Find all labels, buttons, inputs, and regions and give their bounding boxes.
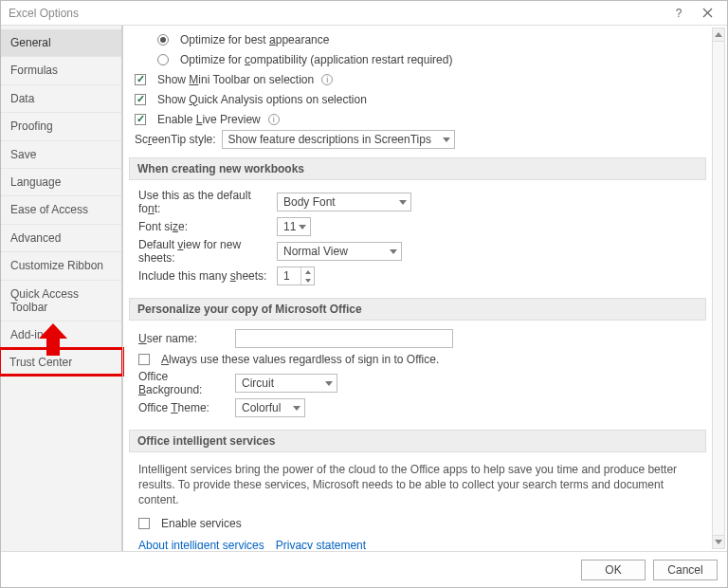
check-always-use[interactable]: Always use these values regardless of si… [138, 349, 704, 369]
sidebar-item-language[interactable]: Language [1, 169, 121, 196]
checkbox-icon [135, 74, 146, 85]
office-theme-row: Office Theme: Colorful [138, 397, 704, 418]
content: Optimize for best appearance Optimize fo… [125, 28, 710, 549]
radio-optimize-compat[interactable]: Optimize for compatibility (application … [129, 49, 706, 69]
screentip-label: ScreenTip style: [135, 133, 216, 146]
spinner-down-icon[interactable] [305, 279, 311, 283]
chevron-down-icon [443, 138, 450, 142]
sidebar: General Formulas Data Proofing Save Lang… [1, 26, 122, 551]
check-quick-analysis[interactable]: Show Quick Analysis options on selection [129, 89, 706, 109]
chevron-down-icon [299, 225, 306, 230]
chevron-down-icon [399, 200, 407, 205]
default-font-select[interactable]: Body Font [277, 193, 411, 211]
check-live-preview[interactable]: Enable Live Preview i [129, 109, 706, 129]
checkbox-icon [135, 114, 146, 125]
section-new-workbooks: When creating new workbooks [129, 157, 706, 180]
sidebar-item-data[interactable]: Data [1, 85, 121, 113]
sidebar-item-ease-of-access[interactable]: Ease of Access [1, 196, 121, 224]
chevron-down-icon [325, 381, 333, 386]
sidebar-item-customize-ribbon[interactable]: Customize Ribbon [1, 252, 121, 280]
scroll-down-button[interactable] [713, 535, 724, 548]
spinner-up-icon[interactable] [305, 270, 311, 274]
sidebar-item-quick-access-toolbar[interactable]: Quick Access Toolbar [1, 281, 121, 322]
close-icon [702, 8, 713, 18]
username-input[interactable] [235, 329, 453, 348]
dialog-footer: OK Cancel [1, 551, 727, 587]
sidebar-item-save[interactable]: Save [1, 141, 121, 169]
info-icon: i [268, 114, 280, 125]
chevron-down-icon [293, 406, 300, 411]
office-bg-select[interactable]: Circuit [235, 374, 337, 393]
radio-optimize-best[interactable]: Optimize for best appearance [129, 29, 706, 49]
scroll-up-button[interactable] [713, 28, 724, 42]
checkbox-icon [138, 354, 150, 365]
sidebar-item-general[interactable]: General [1, 29, 121, 57]
window-title: Excel Options [9, 7, 79, 20]
ok-button[interactable]: OK [581, 560, 646, 580]
close-button[interactable] [693, 4, 721, 23]
vertical-scrollbar[interactable] [712, 28, 725, 549]
dialog-body: General Formulas Data Proofing Save Lang… [1, 26, 727, 551]
font-size-row: Font size: 11 [138, 216, 704, 237]
check-enable-services[interactable]: Enable services [138, 514, 704, 534]
chevron-up-icon [715, 32, 722, 37]
default-view-row: Default view for new sheets: Normal View [138, 237, 704, 266]
include-sheets-spinner[interactable]: 1 [277, 266, 315, 285]
radio-icon [157, 54, 169, 65]
help-button[interactable]: ? [664, 4, 693, 23]
sidebar-item-proofing[interactable]: Proofing [1, 113, 121, 140]
titlebar: Excel Options ? [1, 1, 727, 26]
sidebar-item-formulas[interactable]: Formulas [1, 57, 121, 84]
intelligent-desc: Intelligent services bring the power of … [138, 460, 704, 514]
checkbox-icon [138, 518, 150, 529]
username-row: User name: [138, 328, 704, 349]
font-size-select[interactable]: 11 [277, 217, 311, 236]
office-theme-select[interactable]: Colorful [235, 398, 305, 417]
section-personalize: Personalize your copy of Microsoft Offic… [129, 298, 706, 321]
screentip-select[interactable]: Show feature descriptions in ScreenTips [222, 130, 455, 149]
chevron-down-icon [390, 249, 397, 254]
radio-icon [157, 34, 169, 46]
check-mini-toolbar[interactable]: Show Mini Toolbar on selection i [129, 69, 706, 89]
link-privacy[interactable]: Privacy statement [276, 539, 366, 549]
checkbox-icon [135, 94, 146, 105]
annotation-arrow-icon [39, 323, 67, 356]
cancel-button[interactable]: Cancel [653, 560, 718, 580]
chevron-down-icon [715, 540, 722, 544]
section-intelligent: Office intelligent services [129, 430, 706, 452]
default-view-select[interactable]: Normal View [277, 242, 402, 261]
excel-options-window: Excel Options ? General Formulas Data Pr… [0, 0, 728, 588]
content-wrap: Optimize for best appearance Optimize fo… [122, 26, 727, 551]
include-sheets-row: Include this many sheets: 1 [138, 266, 704, 286]
office-bg-row: Office Background: Circuit [138, 369, 704, 397]
info-icon: i [321, 74, 333, 85]
sidebar-item-advanced[interactable]: Advanced [1, 225, 121, 252]
link-about-intelligent[interactable]: About intelligent services [138, 539, 264, 549]
screentip-row: ScreenTip style: Show feature descriptio… [129, 129, 706, 150]
default-font-row: Use this as the default font: Body Font [138, 188, 704, 216]
